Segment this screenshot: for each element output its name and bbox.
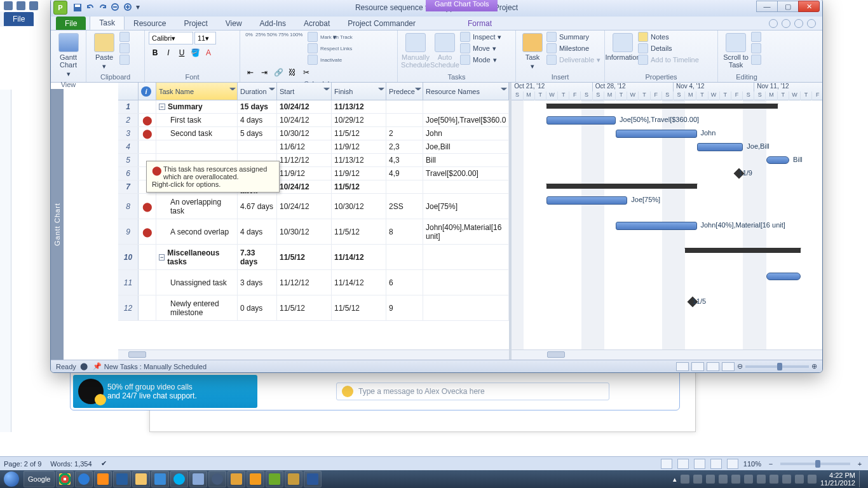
project-app-icon[interactable]: P [53, 1, 67, 15]
task-tab[interactable]: Task [90, 15, 125, 30]
zoom-in-button[interactable]: ⊕ [811, 362, 817, 370]
emoji-icon[interactable] [342, 386, 353, 397]
info-cell[interactable] [139, 270, 156, 295]
duration-cell[interactable]: 4 days [238, 219, 277, 244]
finish-cell[interactable]: 11/14/12 [332, 245, 386, 269]
start-button[interactable] [0, 470, 23, 488]
finish-cell[interactable]: 10/30/12 [332, 194, 386, 219]
pct-50[interactable]: 50% [267, 32, 277, 65]
gantt-chart-button[interactable]: Gantt Chart▾ [55, 32, 82, 79]
word-file-tab[interactable]: File [4, 12, 34, 26]
resource-cell[interactable]: Joe[50%],Travel[$360.0 [423, 114, 509, 126]
zoom-out-icon[interactable]: − [766, 460, 775, 468]
view-btn-2[interactable] [691, 362, 704, 371]
move-button[interactable]: Move ▾ [460, 43, 501, 53]
project-tab[interactable]: Project [175, 17, 216, 30]
window-close-icon[interactable] [807, 19, 816, 28]
start-cell[interactable]: 11/12/12 [277, 270, 332, 295]
unlink-tasks-button[interactable]: ⛓ [286, 66, 299, 79]
undo-icon[interactable] [85, 3, 95, 13]
info-cell[interactable]: ⬤ [139, 127, 156, 140]
scroll-to-task-button[interactable]: Scroll to Task [722, 32, 750, 70]
tray-icon[interactable] [808, 475, 817, 484]
tray-icon[interactable] [681, 475, 689, 484]
respect-links-button[interactable]: Respect Links [308, 43, 337, 53]
predecessor-cell[interactable] [386, 245, 423, 269]
split-task-button[interactable]: ✂ [300, 66, 313, 79]
row-number[interactable]: 12 [118, 295, 139, 320]
details-button[interactable]: Details [638, 43, 699, 53]
table-row[interactable]: 9⬤A second overlap4 days10/30/1211/5/128… [118, 219, 509, 245]
finish-cell[interactable]: 11/13/12 [332, 100, 386, 113]
tb-outlook[interactable] [247, 471, 264, 487]
view-strip[interactable]: Gantt Chart [51, 89, 64, 360]
link-tasks-button[interactable]: 🔗 [272, 66, 285, 79]
duration-header[interactable]: Duration [238, 83, 277, 100]
mode-button[interactable]: Mode ▾ [460, 55, 501, 65]
start-cell[interactable]: 11/9/12 [277, 167, 332, 180]
redo-icon[interactable] [98, 3, 108, 13]
task-name-header[interactable]: Task Name [156, 83, 238, 100]
find-button[interactable] [751, 32, 761, 42]
tb-word[interactable] [304, 471, 322, 487]
resource-cell[interactable]: John [423, 127, 509, 140]
bold-button[interactable]: B [149, 46, 161, 59]
web-layout-view-icon[interactable] [694, 459, 705, 469]
tray-up-icon[interactable]: ▴ [673, 475, 677, 484]
row-number[interactable]: 6 [118, 167, 139, 180]
tb-app3[interactable] [189, 471, 207, 487]
proofing-icon[interactable]: ✔ [101, 459, 107, 468]
pct-0[interactable]: 0% [244, 32, 254, 65]
predecessor-cell[interactable]: 6 [386, 270, 423, 295]
info-cell[interactable] [139, 140, 156, 153]
predecessor-cell[interactable] [386, 100, 423, 113]
tray-icon[interactable] [719, 475, 728, 484]
table-row[interactable]: 8⬤An overlapping task4.67 days10/24/1210… [118, 194, 509, 219]
table-row[interactable]: 12Newly entered milestone0 days11/5/1211… [118, 295, 509, 321]
finish-cell[interactable]: 11/9/12 [332, 167, 386, 180]
duration-cell[interactable] [238, 140, 277, 153]
zoom-slider[interactable] [745, 365, 809, 368]
task-name-cell[interactable]: −Miscellaneous tasks [156, 245, 238, 269]
notes-button[interactable]: Notes [638, 32, 699, 42]
status-newtasks[interactable]: New Tasks : Manually Scheduled [104, 363, 207, 370]
resource-cell[interactable] [423, 245, 509, 269]
tray-icon[interactable] [693, 475, 702, 484]
resource-cell[interactable] [423, 295, 509, 320]
insert-milestone-button[interactable]: Milestone [546, 43, 600, 53]
information-button[interactable]: Information [609, 32, 637, 62]
predecessor-cell[interactable]: 2SS [386, 194, 423, 219]
row-number[interactable]: 8 [118, 194, 139, 219]
predecessor-cell[interactable]: 4,9 [386, 167, 423, 180]
window-restore-icon[interactable] [794, 19, 803, 28]
row-number[interactable]: 1 [118, 100, 139, 113]
predecessor-cell[interactable]: 4,3 [386, 154, 423, 166]
tb-media[interactable] [94, 471, 112, 487]
row-number[interactable]: 5 [118, 154, 139, 166]
acrobat-tab[interactable]: Acrobat [295, 17, 339, 30]
table-row[interactable]: 1−Summary15 days10/24/1211/13/12 [118, 100, 509, 114]
commander-tab[interactable]: Project Commander [339, 17, 424, 30]
predecessor-cell[interactable]: 2,3 [386, 140, 423, 153]
minimize-button[interactable]: — [756, 1, 778, 12]
predecessor-cell[interactable]: 2 [386, 127, 423, 140]
grid-body[interactable]: 1−Summary15 days10/24/1211/13/122⬤First … [118, 100, 509, 349]
pct-100[interactable]: 100% [290, 32, 300, 65]
finish-cell[interactable]: 11/5/12 [332, 127, 386, 140]
resource-cell[interactable]: Joe,Bill [423, 140, 509, 153]
predecessor-cell[interactable]: 9 [386, 295, 423, 320]
task-name-cell[interactable]: Second task [156, 127, 238, 140]
resource-cell[interactable] [423, 270, 509, 295]
start-cell[interactable]: 10/24/12 [277, 180, 332, 193]
duration-cell[interactable]: 7.33 days [238, 245, 277, 269]
cut-button[interactable] [119, 32, 130, 42]
pin-icon[interactable]: 📌 [93, 362, 102, 370]
table-row[interactable]: 2⬤First task4 days10/24/1210/29/12Joe[50… [118, 114, 509, 127]
google-toolbar[interactable]: Google [24, 471, 55, 487]
copy-button[interactable] [119, 43, 130, 53]
start-header[interactable]: Start [277, 83, 332, 100]
task-bar[interactable] [546, 196, 627, 205]
view-btn-4[interactable] [722, 362, 735, 371]
info-cell[interactable] [139, 100, 156, 113]
predecessor-header[interactable]: Predece [386, 83, 423, 100]
